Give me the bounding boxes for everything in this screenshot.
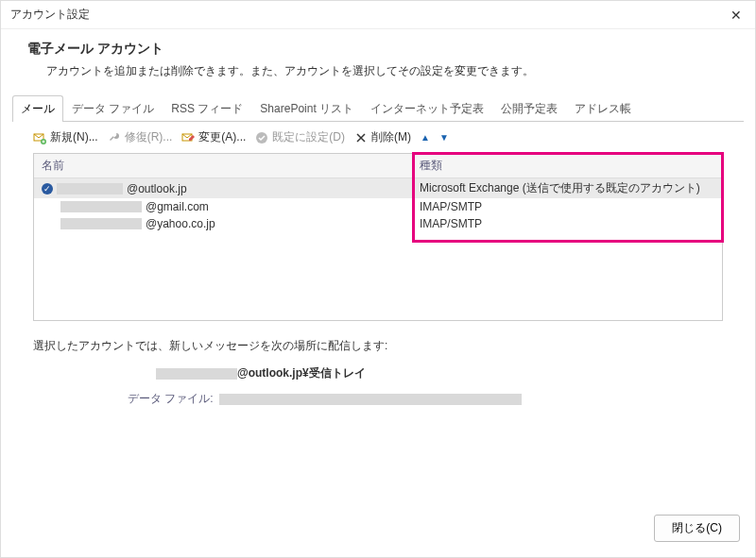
- default-check-icon: ✓: [42, 183, 53, 194]
- column-name[interactable]: 名前: [34, 154, 412, 178]
- remove-button[interactable]: 削除(M): [354, 129, 411, 145]
- tab-mail[interactable]: メール: [12, 95, 63, 122]
- account-domain: @gmail.com: [146, 200, 209, 213]
- dialog-header: 電子メール アカウント アカウントを追加または削除できます。また、アカウントを選…: [1, 29, 755, 94]
- datafile-label: データ ファイル:: [128, 391, 214, 407]
- x-icon: [354, 131, 368, 144]
- account-type: Microsoft Exchange (送信で使用する既定のアカウント): [412, 178, 722, 198]
- tab-datafiles[interactable]: データ ファイル: [63, 95, 163, 122]
- new-mail-icon: [33, 131, 46, 144]
- account-type: IMAP/SMTP: [412, 215, 722, 232]
- close-icon[interactable]: ✕: [727, 8, 746, 23]
- header-description: アカウントを追加または削除できます。また、アカウントを選択してその設定を変更でき…: [27, 63, 729, 79]
- tab-rss[interactable]: RSS フィード: [163, 95, 251, 122]
- table-row[interactable]: @yahoo.co.jp IMAP/SMTP: [34, 215, 722, 232]
- header-heading: 電子メール アカウント: [27, 41, 729, 58]
- change-mail-icon: [181, 131, 195, 144]
- table-header: 名前 種類: [34, 154, 722, 178]
- delivery-path: @outlook.jp¥受信トレイ: [237, 365, 366, 381]
- account-type: IMAP/SMTP: [412, 198, 722, 215]
- accounts-table: 名前 種類 ✓ @outlook.jp Microsoft Exchange (…: [33, 153, 723, 321]
- redacted-username: [60, 218, 142, 229]
- delivery-message: 選択したアカウントでは、新しいメッセージを次の場所に配信します:: [12, 321, 744, 360]
- tab-strip: メール データ ファイル RSS フィード SharePoint リスト インタ…: [12, 94, 744, 122]
- tab-internet-calendar[interactable]: インターネット予定表: [362, 95, 492, 122]
- titlebar: アカウント設定 ✕: [1, 1, 755, 29]
- toolbar: 新規(N)... 修復(R)... 変更(A)... 既定に設定(D): [12, 122, 744, 153]
- tab-addressbook[interactable]: アドレス帳: [566, 95, 640, 122]
- dialog-footer: 閉じる(C): [1, 499, 755, 557]
- tab-published-calendar[interactable]: 公開予定表: [492, 95, 566, 122]
- new-button[interactable]: 新規(N)...: [33, 129, 98, 145]
- datafile-row: データ ファイル:: [12, 387, 744, 411]
- check-circle-icon: [255, 131, 268, 144]
- column-type[interactable]: 種類: [412, 154, 722, 178]
- close-button[interactable]: 閉じる(C): [654, 515, 740, 542]
- account-settings-dialog: アカウント設定 ✕ 電子メール アカウント アカウントを追加または削除できます。…: [0, 0, 756, 558]
- tab-sharepoint[interactable]: SharePoint リスト: [251, 95, 362, 122]
- table-row[interactable]: ✓ @outlook.jp Microsoft Exchange (送信で使用す…: [34, 178, 722, 198]
- redacted-username: [60, 201, 142, 212]
- account-domain: @yahoo.co.jp: [146, 217, 215, 230]
- redacted-datafile-path: [219, 394, 522, 405]
- delivery-location: @outlook.jp¥受信トレイ: [12, 360, 744, 387]
- move-up-icon[interactable]: ▲: [421, 132, 430, 143]
- wrench-icon: [108, 131, 121, 144]
- account-domain: @outlook.jp: [127, 182, 187, 195]
- redacted-username: [57, 183, 123, 194]
- move-down-icon[interactable]: ▼: [439, 132, 449, 143]
- repair-button[interactable]: 修復(R)...: [108, 129, 173, 145]
- redacted-username: [156, 368, 237, 380]
- set-default-button: 既定に設定(D): [255, 129, 345, 145]
- window-title: アカウント設定: [10, 7, 90, 23]
- change-button[interactable]: 変更(A)...: [181, 129, 246, 145]
- table-row[interactable]: @gmail.com IMAP/SMTP: [34, 198, 722, 215]
